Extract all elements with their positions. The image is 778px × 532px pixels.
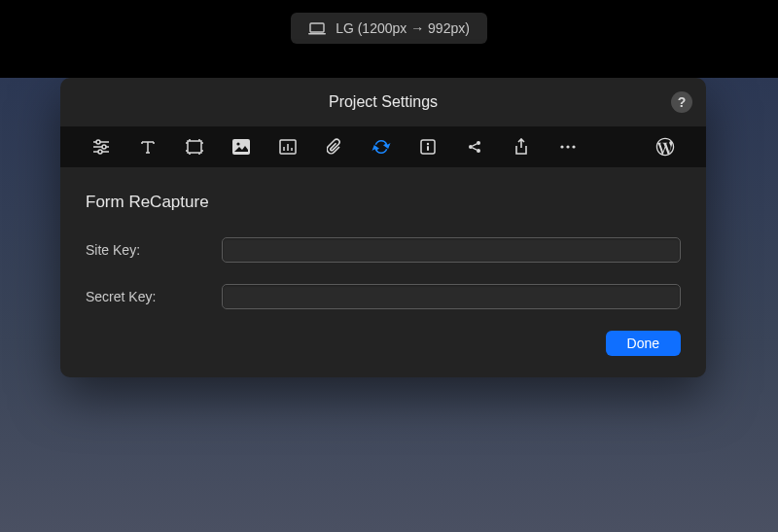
button-row: Done (86, 331, 681, 356)
site-key-label: Site Key: (86, 242, 222, 258)
secret-key-row: Secret Key: (86, 284, 681, 309)
tab-chart[interactable] (265, 126, 311, 167)
tab-artboard[interactable] (171, 126, 218, 167)
done-button[interactable]: Done (606, 331, 681, 356)
site-key-row: Site Key: (86, 237, 681, 263)
tab-more[interactable] (545, 126, 591, 167)
share-icon (467, 139, 482, 155)
svg-rect-25 (427, 146, 429, 151)
site-key-input[interactable] (222, 237, 681, 263)
refresh-icon (371, 138, 391, 156)
paperclip-icon (327, 138, 342, 156)
panel-title: Project Settings (329, 93, 438, 111)
panel-body: Form ReCapture Site Key: Secret Key: Don… (60, 167, 706, 377)
info-icon (420, 139, 436, 155)
tab-wordpress[interactable] (642, 126, 689, 167)
more-icon (559, 144, 577, 150)
tab-info[interactable] (405, 126, 451, 167)
sliders-icon (92, 138, 110, 156)
tab-refresh[interactable] (358, 126, 405, 167)
settings-panel: Project Settings ? (60, 78, 706, 377)
artboard-icon (185, 139, 204, 155)
tab-image[interactable] (218, 126, 265, 167)
tab-share[interactable] (451, 126, 498, 167)
wordpress-icon (655, 137, 675, 157)
export-icon (514, 138, 528, 156)
svg-point-24 (427, 143, 429, 145)
svg-point-26 (469, 145, 473, 149)
tab-bar (60, 126, 706, 167)
chart-icon (279, 139, 297, 155)
svg-point-5 (102, 145, 106, 149)
tab-export[interactable] (498, 126, 545, 167)
laptop-icon (308, 22, 326, 35)
help-button[interactable]: ? (671, 91, 692, 113)
tab-attachment[interactable] (311, 126, 358, 167)
svg-point-18 (236, 142, 239, 145)
panel-header: Project Settings ? (60, 78, 706, 126)
top-bar: LG (1200px → 992px) (0, 0, 778, 56)
type-icon (139, 138, 157, 156)
tab-sliders[interactable] (78, 126, 124, 167)
svg-point-32 (566, 145, 569, 148)
svg-rect-1 (308, 33, 326, 35)
breakpoint-label: LG (1200px → 992px) (336, 20, 470, 36)
svg-line-30 (473, 148, 477, 150)
svg-rect-8 (188, 141, 201, 153)
secret-key-input[interactable] (222, 284, 681, 309)
svg-point-28 (477, 149, 480, 153)
tab-type[interactable] (124, 126, 171, 167)
secret-key-label: Secret Key: (86, 289, 222, 304)
svg-point-31 (560, 145, 563, 148)
svg-rect-17 (232, 139, 250, 155)
svg-rect-0 (310, 23, 324, 32)
breakpoint-pill[interactable]: LG (1200px → 992px) (291, 13, 487, 44)
section-title: Form ReCapture (86, 193, 681, 212)
svg-point-3 (96, 140, 100, 144)
svg-point-33 (572, 145, 575, 148)
svg-point-27 (477, 141, 480, 145)
svg-point-7 (98, 150, 102, 154)
image-icon (232, 139, 250, 155)
svg-line-29 (473, 144, 477, 146)
